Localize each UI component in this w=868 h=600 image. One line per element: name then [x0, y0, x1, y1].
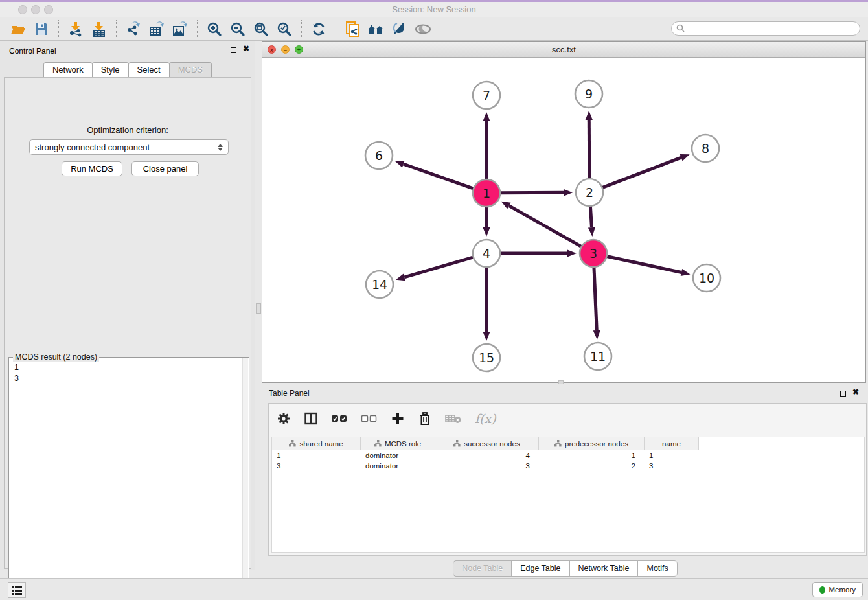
graph-edge-3-10[interactable] — [607, 256, 681, 272]
splitter-handle[interactable] — [256, 303, 261, 314]
show-hide-eye-icon[interactable] — [413, 19, 433, 39]
table-row[interactable]: 1dominator411 — [272, 450, 864, 461]
search-input[interactable] — [685, 23, 860, 34]
tab-edge-table[interactable]: Edge Table — [511, 560, 569, 577]
graph-edge-2-9[interactable] — [589, 120, 589, 179]
graph-node-label: 2 — [586, 185, 593, 200]
zoom-in-icon[interactable] — [205, 19, 224, 39]
network-graph[interactable]: 7968124314101511 — [262, 58, 865, 382]
clone-network-icon[interactable] — [343, 19, 363, 39]
memory-button[interactable]: Memory — [812, 582, 863, 597]
edge-arrowhead — [564, 189, 573, 196]
table-cell[interactable]: 1 — [539, 450, 645, 461]
export-network-icon[interactable] — [124, 19, 143, 39]
table-cell[interactable]: 3 — [435, 461, 539, 471]
table-cell[interactable]: 3 — [645, 461, 699, 471]
export-image-icon[interactable] — [170, 19, 190, 39]
hide-graphics-details-icon[interactable] — [390, 19, 409, 39]
graph-edge-1-2[interactable] — [500, 192, 564, 193]
table-cell[interactable]: dominator — [361, 450, 435, 461]
refresh-icon[interactable] — [309, 19, 328, 39]
graph-node-label: 10 — [699, 271, 714, 285]
memory-status-icon — [819, 586, 825, 594]
column-header-name[interactable]: name — [645, 437, 699, 450]
search-field[interactable] — [671, 21, 860, 36]
table-cell[interactable]: 1 — [645, 450, 699, 461]
close-panel-button[interactable]: Close panel — [131, 161, 199, 176]
table-row[interactable]: 3dominator323 — [272, 461, 864, 471]
edge-arrowhead — [567, 249, 577, 257]
column-header-successor-nodes[interactable]: successor nodes — [435, 437, 539, 450]
zoom-selected-icon[interactable] — [275, 19, 294, 39]
zoom-out-icon[interactable] — [228, 19, 247, 39]
gear-icon[interactable] — [277, 411, 291, 426]
tab-mcds[interactable]: MCDS — [169, 62, 212, 77]
toolbar-separator — [116, 20, 117, 38]
delete-column-icon[interactable] — [418, 411, 432, 426]
edge-arrowhead — [395, 161, 405, 168]
table-cell[interactable]: 3 — [272, 461, 361, 471]
deselect-all-icon[interactable] — [361, 414, 378, 423]
open-session-icon[interactable] — [8, 19, 28, 39]
close-panel-icon[interactable]: ✖ — [852, 387, 859, 397]
graph-node-label: 15 — [479, 351, 494, 365]
zoom-fit-icon[interactable] — [251, 19, 271, 39]
toolbar-separator — [301, 20, 302, 38]
status-bar: Memory — [0, 578, 868, 600]
edge-arrowhead — [586, 111, 593, 120]
optimization-criterion-select[interactable]: strongly connected component — [29, 139, 229, 155]
network-canvas[interactable]: 7968124314101511 — [262, 58, 865, 382]
table-cell[interactable]: 4 — [435, 450, 539, 461]
node-table[interactable]: shared nameMCDS rolesuccessor nodesprede… — [271, 437, 865, 553]
graph-edge-3-1[interactable] — [509, 206, 582, 247]
result-scrollbar[interactable] — [242, 358, 248, 598]
select-all-icon[interactable] — [331, 414, 348, 423]
node-table-container: f(x) shared nameMCDS rolesuccessor nodes… — [268, 403, 867, 556]
graph-edge-4-14[interactable] — [404, 257, 473, 277]
mcds-result-box: MCDS result (2 nodes) 13 — [8, 357, 249, 599]
close-panel-icon[interactable]: ✖ — [243, 44, 249, 53]
import-table-icon[interactable] — [89, 19, 109, 39]
tab-style[interactable]: Style — [92, 62, 129, 77]
graph-node-label: 7 — [483, 88, 490, 102]
export-table-icon[interactable] — [147, 19, 166, 39]
graph-edge-2-3[interactable] — [590, 206, 591, 227]
task-history-button[interactable] — [8, 582, 26, 598]
add-column-icon[interactable] — [391, 411, 405, 426]
hierarchy-icon — [374, 440, 382, 447]
table-cell[interactable]: 2 — [539, 461, 645, 471]
column-header-shared-name[interactable]: shared name — [272, 437, 361, 450]
float-panel-icon[interactable] — [231, 47, 236, 53]
graph-edge-1-6[interactable] — [404, 164, 474, 189]
table-cell[interactable]: dominator — [361, 461, 435, 471]
tab-motifs[interactable]: Motifs — [637, 560, 677, 577]
edge-arrowhead — [483, 332, 490, 341]
split-columns-icon[interactable] — [304, 411, 318, 426]
home-icon[interactable] — [367, 19, 386, 39]
edge-arrowhead — [588, 227, 595, 237]
toolbar-separator — [58, 20, 59, 38]
result-line: 3 — [14, 373, 244, 384]
network-view-window: x – + scc.txt 7968124314101511 — [262, 41, 866, 383]
mcds-tab-content: Optimization criterion: strongly connect… — [4, 77, 251, 569]
float-panel-icon[interactable] — [840, 391, 846, 397]
tab-network[interactable]: Network — [43, 62, 93, 77]
network-window-titlebar[interactable]: x – + scc.txt — [262, 42, 865, 58]
graph-edge-3-11[interactable] — [594, 267, 597, 330]
hierarchy-icon — [554, 440, 562, 447]
edge-arrowhead — [396, 273, 405, 281]
import-network-icon[interactable] — [66, 19, 86, 39]
tab-network-table[interactable]: Network Table — [569, 560, 639, 577]
save-session-icon[interactable] — [32, 19, 51, 39]
mcds-result-list: 13 — [9, 360, 249, 387]
run-mcds-button[interactable]: Run MCDS — [62, 161, 122, 176]
edge-arrowhead — [483, 112, 490, 121]
tab-select[interactable]: Select — [128, 62, 170, 77]
graph-edge-2-8[interactable] — [602, 157, 681, 187]
column-header-predecessor-nodes[interactable]: predecessor nodes — [539, 437, 645, 450]
tab-node-table[interactable]: Node Table — [453, 560, 512, 577]
column-header-MCDS-role[interactable]: MCDS role — [361, 437, 435, 450]
graph-node-label: 1 — [483, 186, 490, 200]
hierarchy-icon — [289, 440, 296, 447]
table-cell[interactable]: 1 — [272, 450, 361, 461]
